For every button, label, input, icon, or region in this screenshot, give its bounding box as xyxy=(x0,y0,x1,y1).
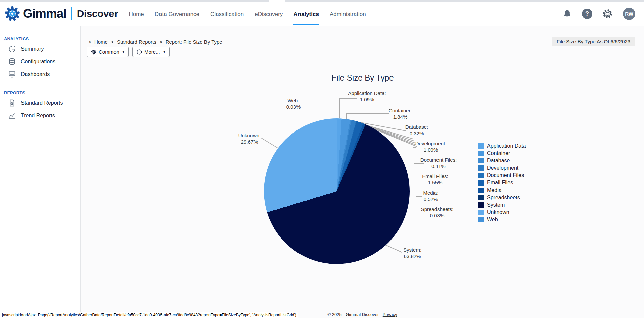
breadcrumb-separator: > xyxy=(111,39,114,45)
product-name: Discover xyxy=(77,8,118,19)
breadcrumb-home[interactable]: Home xyxy=(94,39,108,45)
breadcrumb-separator: > xyxy=(88,39,91,45)
sidebar-item-configurations[interactable]: Configurations xyxy=(4,55,80,68)
monitor-icon xyxy=(8,70,16,78)
breadcrumb-standard-reports[interactable]: Standard Reports xyxy=(117,39,156,45)
legend-item[interactable]: Application Data xyxy=(478,142,526,150)
chevron-down-icon: ▾ xyxy=(123,50,124,54)
legend-swatch xyxy=(478,173,484,178)
legend-item[interactable]: Email Files xyxy=(478,179,526,187)
legend-label: System xyxy=(487,202,505,208)
legend-label: Spreadsheets xyxy=(487,195,520,201)
legend-label: Development xyxy=(487,165,518,171)
brand-divider xyxy=(71,7,72,20)
legend-item[interactable]: Container xyxy=(478,150,526,157)
nav-data-governance[interactable]: Data Governance xyxy=(155,2,199,25)
common-button[interactable]: Common ▾ xyxy=(87,47,129,57)
sidebar-item-standard-reports[interactable]: Standard Reports xyxy=(4,97,80,109)
legend-swatch xyxy=(478,180,484,186)
legend-item[interactable]: Development xyxy=(478,164,526,172)
chart-legend: Application DataContainerDatabaseDevelop… xyxy=(478,142,526,223)
bell-icon[interactable] xyxy=(563,9,572,19)
trend-line-icon xyxy=(8,112,16,120)
legend-label: Application Data xyxy=(487,143,526,149)
legend-item[interactable]: Document Files xyxy=(478,172,526,179)
legend-item[interactable]: Unknown xyxy=(478,209,526,216)
ellipsis-circle-icon xyxy=(137,49,142,55)
brand[interactable]: Gimmal Discover xyxy=(5,6,118,21)
legend-swatch xyxy=(478,158,484,163)
sidebar-item-label: Dashboards xyxy=(21,71,50,77)
legend-label: Database xyxy=(487,158,510,164)
gear-icon xyxy=(91,49,96,55)
legend-label: Web xyxy=(487,217,498,223)
nav-administration[interactable]: Administration xyxy=(330,2,366,25)
breadcrumb: > Home > Standard Reports > Report: File… xyxy=(87,39,222,45)
more-button[interactable]: More... ▾ xyxy=(132,47,170,57)
legend-label: Document Files xyxy=(487,172,524,178)
header-actions: ? RW xyxy=(563,8,635,20)
sidebar-item-dashboards[interactable]: Dashboards xyxy=(4,68,80,81)
status-tooltip: javascript:loadAjax_Page('/ReportAnalyti… xyxy=(0,312,298,318)
legend-swatch xyxy=(478,210,484,215)
pie-chart-icon xyxy=(8,45,16,53)
legend-item[interactable]: Web xyxy=(478,216,526,223)
legend-swatch xyxy=(478,202,484,208)
gear-icon[interactable] xyxy=(602,9,613,19)
legend-swatch xyxy=(478,143,484,149)
help-icon[interactable]: ? xyxy=(582,9,592,19)
report-as-of-label: File Size By Type As Of 6/6/2023 xyxy=(552,37,635,46)
sidebar-section-reports: REPORTS xyxy=(4,90,80,95)
legend-item[interactable]: System xyxy=(478,201,526,209)
legend-label: Media xyxy=(487,187,502,193)
common-button-label: Common xyxy=(99,49,119,55)
toolbar-divider xyxy=(89,61,504,61)
avatar[interactable]: RW xyxy=(623,8,635,20)
legend-swatch xyxy=(478,151,484,156)
pie-chart[interactable] xyxy=(264,118,410,264)
sidebar-item-label: Summary xyxy=(21,46,44,52)
database-icon xyxy=(8,58,16,66)
legend-item[interactable]: Spreadsheets xyxy=(478,194,526,201)
sidebar-item-summary[interactable]: Summary xyxy=(4,43,80,55)
nav-home[interactable]: Home xyxy=(129,2,144,25)
legend-label: Container xyxy=(487,150,510,156)
legend-label: Unknown xyxy=(487,209,509,215)
main-nav: Home Data Governance Classification eDis… xyxy=(129,2,366,26)
copyright-text: © 2025 - Gimmal Discover - xyxy=(328,312,382,317)
breadcrumb-separator: > xyxy=(159,39,163,45)
privacy-link[interactable]: Privacy xyxy=(383,312,397,317)
sidebar-item-label: Standard Reports xyxy=(21,100,63,106)
legend-label: Email Files xyxy=(487,180,513,186)
sidebar-item-label: Configurations xyxy=(21,59,55,65)
legend-swatch xyxy=(478,188,484,193)
sidebar-section-analytics: ANALYTICS xyxy=(4,36,80,41)
chevron-down-icon: ▾ xyxy=(164,50,165,54)
breadcrumb-current: Report: File Size By Type xyxy=(166,39,222,45)
legend-swatch xyxy=(478,217,484,222)
app-window: Gimmal Discover Home Data Governance Cla… xyxy=(0,0,644,318)
sidebar-item-trend-reports[interactable]: Trend Reports xyxy=(4,109,80,122)
legend-item[interactable]: Media xyxy=(478,187,526,194)
sidebar: ANALYTICS Summary Configurations Dashboa… xyxy=(0,26,81,318)
legend-swatch xyxy=(478,165,484,171)
nav-analytics[interactable]: Analytics xyxy=(293,2,319,25)
app-header: Gimmal Discover Home Data Governance Cla… xyxy=(0,2,644,26)
brand-name: Gimmal xyxy=(23,7,66,21)
more-button-label: More... xyxy=(144,49,160,55)
legend-swatch xyxy=(478,195,484,200)
nav-ediscovery[interactable]: eDiscovery xyxy=(255,2,283,25)
nav-classification[interactable]: Classification xyxy=(210,2,244,25)
toolbar: Common ▾ More... ▾ xyxy=(87,47,170,57)
sidebar-item-label: Trend Reports xyxy=(21,113,55,119)
report-document-icon xyxy=(8,99,16,107)
legend-item[interactable]: Database xyxy=(478,157,526,164)
gimmal-logo-gear-icon xyxy=(5,6,20,21)
